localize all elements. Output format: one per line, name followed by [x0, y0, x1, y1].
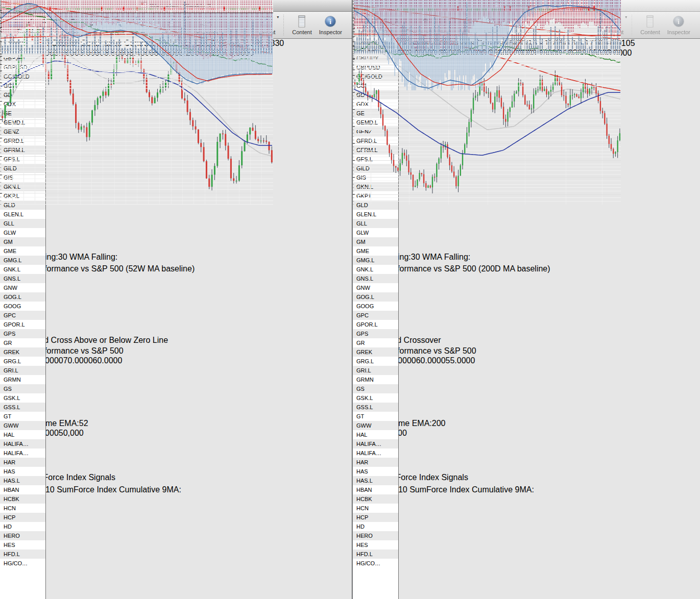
sidebar-item-gog-l[interactable]: GOG.L [353, 292, 398, 302]
toolbar-separator [283, 15, 284, 35]
sidebar-item-gpor-l[interactable]: GPOR.L [353, 320, 398, 329]
sidebar-item-goog[interactable]: GOOG [353, 302, 398, 311]
wma-trend-panel: 30 WMA Rising:30 WMA Falling:▾ [353, 253, 700, 264]
sidebar-item-hes[interactable]: HES [0, 540, 45, 550]
sidebar-item-gmg-l[interactable]: GMG.L [353, 256, 398, 265]
sidebar-item-hal[interactable]: HAL [0, 430, 45, 439]
force-index-canvas[interactable] [354, 0, 621, 90]
sidebar-item-glen-l[interactable]: GLEN.L [0, 210, 45, 219]
sidebar-item-gme[interactable]: GME [353, 246, 398, 256]
sidebar-item-grg-l[interactable]: GRG.L [0, 357, 45, 366]
sidebar-item-grmn[interactable]: GRMN [0, 375, 45, 384]
force-index-panel: Force Index:10 SumForce Index Cumulative… [353, 485, 700, 576]
content-button[interactable]: Content [292, 15, 312, 35]
sidebar-item-hcbk[interactable]: HCBK [353, 494, 398, 504]
sidebar-item-hfd-l[interactable]: HFD.L [0, 550, 45, 559]
sidebar-item-har[interactable]: HAR [0, 458, 45, 467]
sidebar-item-gps[interactable]: GPS [353, 329, 398, 338]
inspector-button[interactable]: iInspector [319, 15, 342, 35]
sidebar-item-gll[interactable]: GLL [353, 219, 398, 228]
sidebar-item-gmg-l[interactable]: GMG.L [0, 256, 45, 265]
sidebar-item-hcbk[interactable]: HCBK [0, 494, 45, 504]
sidebar-item-hcp[interactable]: HCP [353, 513, 398, 522]
time-axis: DJFMAMJJASONDJFMAMJJASON1213Weekly▼ [0, 576, 352, 590]
rs-mansfield-panel: RS Mansfield Crossover▾ [353, 336, 700, 346]
sidebar-item-gog-l[interactable]: GOG.L [0, 292, 45, 302]
sidebar-item-grek[interactable]: GREK [0, 347, 45, 357]
sidebar-item-gme[interactable]: GME [0, 246, 45, 256]
sidebar-item-halifa-[interactable]: HALIFA… [0, 439, 45, 448]
sidebar-item-has[interactable]: HAS [0, 467, 45, 476]
content-button[interactable]: Content [640, 15, 660, 35]
sidebar-item-gt[interactable]: GT [353, 412, 398, 421]
force-signals-panel: Cumulative Force Index Signals▾ [353, 473, 700, 485]
sidebar-item-hg-co-[interactable]: HG/CO… [353, 559, 398, 568]
sidebar-item-hero[interactable]: HERO [353, 531, 398, 540]
sidebar-item-gm[interactable]: GM [353, 237, 398, 246]
axis-tick-label: 55.0000 [446, 356, 475, 365]
toolbar-separator [632, 15, 632, 35]
sidebar-item-gww[interactable]: GWW [0, 421, 45, 430]
sidebar-item-grek[interactable]: GREK [353, 347, 398, 357]
sidebar-item-hal[interactable]: HAL [353, 430, 398, 439]
sidebar-item-gri-l[interactable]: GRI.L [353, 366, 398, 375]
sidebar-item-gt[interactable]: GT [0, 412, 45, 421]
sidebar-item-halifa-[interactable]: HALIFA… [353, 439, 398, 448]
sidebar-item-gsk-l[interactable]: GSK.L [353, 393, 398, 403]
sidebar-item-gpc[interactable]: GPC [0, 311, 45, 320]
chart-area: HG/COPPER Copper Continuous Contract 12/… [0, 39, 352, 590]
inspector-button[interactable]: iInspector [667, 15, 690, 35]
sidebar-item-hero[interactable]: HERO [0, 531, 45, 540]
sidebar-item-halifa-[interactable]: HALIFA… [0, 448, 45, 458]
force-index-canvas[interactable] [1, 0, 273, 90]
sidebar-item-glw[interactable]: GLW [353, 228, 398, 237]
sidebar-item-grmn[interactable]: GRMN [353, 375, 398, 384]
sidebar-item-gs[interactable]: GS [0, 384, 45, 393]
sidebar-item-glw[interactable]: GLW [0, 228, 45, 237]
sidebar-item-har[interactable]: HAR [353, 458, 398, 467]
sidebar-item-hd[interactable]: HD [353, 522, 398, 531]
sidebar-item-gpc[interactable]: GPC [353, 311, 398, 320]
volume-legend: Volume:Volume EMA:200 [353, 419, 700, 428]
sidebar-item-gnw[interactable]: GNW [0, 283, 45, 292]
sidebar-item-gr[interactable]: GR [353, 338, 398, 347]
sidebar-item-gnk-l[interactable]: GNK.L [0, 265, 45, 274]
sidebar-item-gri-l[interactable]: GRI.L [0, 366, 45, 375]
sidebar-item-gr[interactable]: GR [0, 338, 45, 347]
sidebar-item-has[interactable]: HAS [353, 467, 398, 476]
relative-performance-panel: Relative Performance vs S&P 500▾70.00006… [353, 346, 700, 419]
volume-ema-value: 52 [79, 419, 88, 428]
sidebar-item-gpor-l[interactable]: GPOR.L [0, 320, 45, 329]
sidebar-item-hes[interactable]: HES [353, 540, 398, 550]
sidebar-item-gss-l[interactable]: GSS.L [0, 403, 45, 412]
sidebar-item-goog[interactable]: GOOG [0, 302, 45, 311]
force-index-panel: Force Index:10 SumForce Index Cumulative… [0, 485, 352, 576]
sidebar-item-hfd-l[interactable]: HFD.L [353, 550, 398, 559]
sidebar-item-gps[interactable]: GPS [0, 329, 45, 338]
sidebar-item-hcn[interactable]: HCN [353, 504, 398, 513]
sidebar-item-hcp[interactable]: HCP [0, 513, 45, 522]
sidebar-item-gww[interactable]: GWW [353, 421, 398, 430]
sidebar-item-gs[interactable]: GS [353, 384, 398, 393]
sidebar-item-grg-l[interactable]: GRG.L [353, 357, 398, 366]
sidebar-item-has-l[interactable]: HAS.L [353, 476, 398, 485]
svg-text:i: i [678, 18, 680, 26]
sidebar-item-gnw[interactable]: GNW [353, 283, 398, 292]
sidebar-item-hd[interactable]: HD [0, 522, 45, 531]
sidebar-item-hcn[interactable]: HCN [0, 504, 45, 513]
sidebar-item-hg-co-[interactable]: HG/CO… [0, 559, 45, 568]
sidebar-item-gll[interactable]: GLL [0, 219, 45, 228]
sidebar-item-hban[interactable]: HBAN [353, 485, 398, 494]
sidebar-item-hban[interactable]: HBAN [0, 485, 45, 494]
sidebar-item-gsk-l[interactable]: GSK.L [0, 393, 45, 403]
sidebar-item-glen-l[interactable]: GLEN.L [353, 210, 398, 219]
sidebar-item-halifa-[interactable]: HALIFA… [353, 448, 398, 458]
relative-performance-baseline-panel: Relative Performance vs S&P 500 (200D MA… [353, 264, 700, 336]
sidebar-item-gss-l[interactable]: GSS.L [353, 403, 398, 412]
sidebar-item-has-l[interactable]: HAS.L [0, 476, 45, 485]
sidebar-item-gns-l[interactable]: GNS.L [353, 274, 398, 283]
force-ma-label: Force Index Cumulative 9MA: [74, 485, 181, 494]
sidebar-item-gns-l[interactable]: GNS.L [0, 274, 45, 283]
sidebar-item-gnk-l[interactable]: GNK.L [353, 265, 398, 274]
sidebar-item-gm[interactable]: GM [0, 237, 45, 246]
